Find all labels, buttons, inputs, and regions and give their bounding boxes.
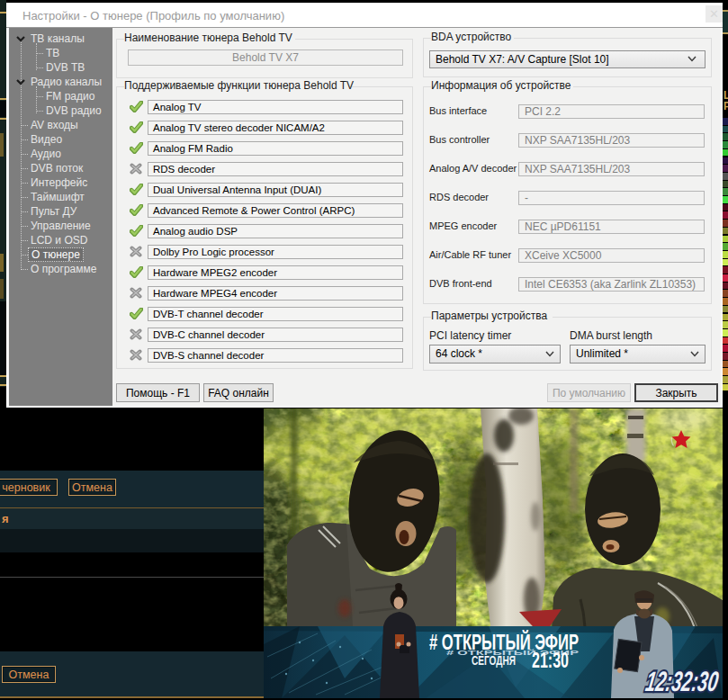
svg-text:21:30: 21:30	[532, 649, 569, 672]
svg-text:СЕГОДНЯ: СЕГОДНЯ	[472, 653, 516, 668]
svg-text:12:32:30: 12:32:30	[643, 666, 721, 697]
